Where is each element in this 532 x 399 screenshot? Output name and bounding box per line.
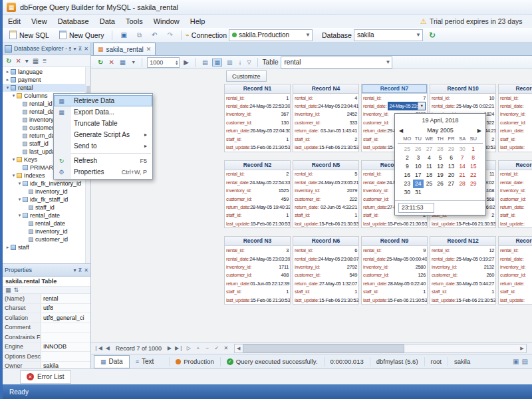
menu-edit[interactable]: Edit [3, 16, 26, 27]
expander-icon[interactable]: ▾ [11, 93, 17, 98]
calendar-day[interactable]: 1 [467, 145, 479, 154]
prev-record-button[interactable]: ◀ [104, 344, 112, 352]
record-field-row[interactable]: staff_id: [499, 287, 532, 295]
close-icon[interactable]: ✕ [84, 267, 88, 273]
record-field-row[interactable]: rental_id: [499, 170, 532, 178]
calendar-day[interactable]: 27 [424, 145, 435, 154]
context-menu-item-send-to[interactable]: Send to▸ [54, 140, 152, 152]
calendar-day[interactable]: 18 [424, 171, 435, 180]
tree-item-rental-date[interactable]: rental_date [3, 219, 90, 227]
record-field-row[interactable]: rental_id:4 [293, 94, 358, 102]
customize-button[interactable]: Customize [226, 70, 267, 82]
record-field-row[interactable]: last_update:15-Feb-06 21:30:53 [430, 219, 495, 227]
calendar-day[interactable]: 30 [457, 145, 468, 154]
record-field-row[interactable]: inventory_id:367 [225, 110, 290, 118]
chevron-down-icon[interactable]: ▾ [73, 267, 76, 273]
cancel-edit-button[interactable]: ✕ [222, 344, 230, 352]
record-field-row[interactable]: return_date:27-May-05 1:32:07 [293, 279, 358, 287]
calendar-day[interactable]: 20 [446, 171, 457, 180]
calendar-day[interactable]: 22 [467, 171, 479, 180]
record-field-row[interactable]: last_update:15-Feb-06 21:30:53 [225, 143, 290, 151]
menu-window[interactable]: Window [148, 16, 185, 27]
record-field-row[interactable]: staff_id:1 [430, 287, 495, 295]
tree-item-rental-date[interactable]: ▾rental_date [3, 211, 90, 219]
record-field-row[interactable]: return_date:30-May-05 5:44:27 [430, 279, 495, 287]
new-sql-button[interactable]: New SQL [5, 29, 53, 41]
options-button[interactable]: ▦ [33, 57, 39, 65]
record-field-row[interactable]: staff_id:1 [225, 211, 290, 219]
record-field-row[interactable]: return_date:02-Jun-05 4:33:21 [293, 203, 358, 211]
calendar-day[interactable]: 25 [424, 180, 435, 188]
record-field-row[interactable]: rental_id:7 [362, 94, 427, 102]
record-field-row[interactable]: last_update:15-Feb-06 21:30:53 [293, 296, 358, 304]
record-field-row[interactable]: customer_id: [499, 118, 532, 126]
record-field-row[interactable]: return_date: [499, 279, 532, 287]
context-menu-item-retrieve-data[interactable]: ▦Retrieve Data [54, 95, 152, 106]
export-grid-button[interactable]: ▦ [118, 59, 127, 66]
record-field-row[interactable]: inventory_id: [499, 110, 532, 118]
record-field-row[interactable]: staff_id:1 [225, 287, 290, 295]
record-field-row[interactable]: last_update: [499, 296, 532, 304]
record-field-row[interactable]: staff_id:1 [293, 211, 358, 219]
record-field-row[interactable]: rental_id: [499, 94, 532, 102]
record-field-row[interactable]: rental_date:24-May-05 23:08:07 [293, 255, 358, 263]
calendar-day[interactable]: 11 [424, 162, 435, 171]
refresh-data-button[interactable]: ↻ [96, 59, 104, 66]
alphabetical-view-button[interactable]: ⇅ [14, 287, 19, 293]
record-field-row[interactable]: staff_id: [499, 135, 532, 143]
record-field-row[interactable]: last_update:15-Feb-06 21:30:53 [225, 219, 290, 227]
record-field-row[interactable]: return_date:28-May-05 19:40:33 [225, 203, 290, 211]
menu-database[interactable]: Database [53, 16, 94, 27]
record-field-row[interactable]: last_update:15-Feb-06 21:30:53 [430, 296, 495, 304]
chevron-down-icon[interactable]: ▼ [130, 60, 137, 65]
calendar-day[interactable]: 27 [446, 180, 457, 188]
calendar-day[interactable]: 16 [402, 171, 413, 180]
record-field-row[interactable]: staff_id:1 [362, 287, 427, 295]
record-card[interactable]: Record N2rental_id:2rental_date:24-May-0… [224, 160, 291, 229]
calendar-day[interactable]: 29 [446, 145, 457, 154]
property-row[interactable]: Comment [3, 323, 90, 333]
pin-icon[interactable]: ⊼ [78, 267, 82, 273]
record-field-row[interactable]: rental_date:24-May-05 23:05:21 [293, 178, 358, 186]
record-field-row[interactable]: rental_date:25-May-05 0:19:27 [430, 255, 495, 263]
monitor-icon[interactable]: ▤ [522, 358, 528, 365]
context-menu-item-export-data[interactable]: ▦Export Data... [54, 106, 152, 118]
record-field-row[interactable]: customer_id:130 [225, 118, 290, 126]
record-field-row[interactable]: staff_id:1 [225, 135, 290, 143]
record-field-row[interactable]: staff_id:2 [293, 135, 358, 143]
record-field-row[interactable]: rental_id:1 [225, 94, 290, 102]
context-menu-item-truncate-table[interactable]: Truncate Table [54, 118, 152, 129]
menu-data[interactable]: Data [94, 16, 120, 27]
search-button[interactable]: ≡ [43, 57, 47, 65]
form-view-button[interactable]: ▥ [225, 59, 235, 66]
context-menu-item-refresh[interactable]: ↻RefreshF5 [54, 155, 152, 166]
record-card[interactable]: Record N12rental_id:12rental_date:25-May… [430, 236, 496, 305]
calendar-day[interactable]: 5 [435, 154, 446, 162]
record-card[interactable]: Record N1rental_id:1rental_date:24-May-0… [224, 84, 291, 152]
explorer-header[interactable]: Database Explorer - sakila.Production ▾ … [3, 43, 90, 55]
record-field-row[interactable]: inventory_id:1525 [225, 187, 290, 195]
record-field-row[interactable]: return_date: [499, 203, 532, 211]
record-field-row[interactable]: rental_date:25-May-05 00:00:40 [362, 255, 427, 263]
record-field-row[interactable]: rental_id:6 [293, 246, 358, 254]
expander-icon[interactable]: ▸ [5, 77, 11, 82]
calendar-day[interactable]: 17 [413, 171, 424, 180]
expander-icon[interactable]: ▸ [5, 245, 11, 250]
record-card[interactable]: Record N14rental_id:rental_date:inventor… [498, 160, 532, 229]
chevron-down-icon[interactable]: ▾ [73, 46, 76, 52]
record-card[interactable]: Record N9rental_id:9rental_date:25-May-0… [361, 236, 428, 305]
redo-button[interactable]: ↷ [163, 31, 176, 40]
layout-icon[interactable]: ▣ [513, 358, 519, 365]
record-field-row[interactable]: last_update:15-Feb-06 21:30:53 [225, 296, 290, 304]
calendar-day[interactable]: 21 [457, 171, 468, 180]
sort-button[interactable]: ↓ [237, 59, 243, 66]
context-menu-item-generate-script-as[interactable]: Generate Script As▸ [54, 129, 152, 140]
stop-button[interactable]: ✕ [15, 57, 21, 65]
record-field-row[interactable]: inventory_id:2792 [293, 263, 358, 271]
time-field[interactable]: 23:11:53 [398, 203, 434, 213]
record-field-row[interactable]: inventory_id:1711 [225, 263, 290, 271]
record-field-row[interactable]: last_update:15-Feb-06 21:30:53 [362, 296, 427, 304]
record-field-row[interactable]: staff_id: [499, 211, 532, 219]
date-editor-input[interactable]: 24-May-05 23:11:53▼ [388, 102, 426, 110]
card-view-button[interactable]: ▦ [212, 59, 222, 66]
